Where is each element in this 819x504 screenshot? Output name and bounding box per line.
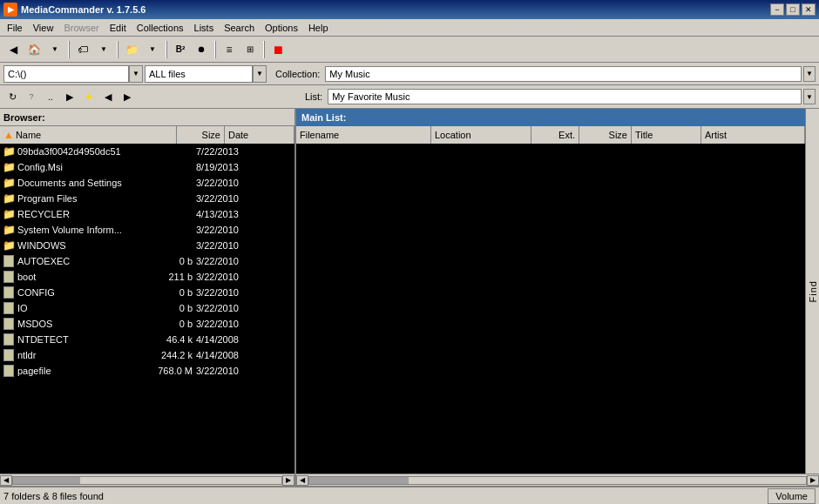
file-row[interactable]: 📁Program Files3/22/2010 [0,191,294,206]
left-scroll-right-arrow[interactable]: ▶ [282,475,294,486]
file-row[interactable]: MSDOS0 b3/22/2010 [0,316,294,332]
filetype-dropdown-btn[interactable]: ▼ [253,65,267,83]
toolbar-record-btn[interactable]: ⏺ [192,40,211,59]
left-scroll-track[interactable] [12,476,282,485]
file-row[interactable]: AUTOEXEC0 b3/22/2010 [0,253,294,269]
toolbar-dropdown-btn[interactable]: ▼ [45,40,64,59]
menu-file[interactable]: File [2,21,28,35]
nav-star-btn[interactable]: ★ [80,88,98,105]
right-scroll-left-arrow[interactable]: ◀ [296,475,308,486]
menu-edit[interactable]: Edit [105,21,132,35]
menu-help[interactable]: Help [303,21,334,35]
file-name-label: MSDOS [17,319,152,329]
file-row[interactable]: CONFIG0 b3/22/2010 [0,285,294,300]
menu-options[interactable]: Options [260,21,303,35]
toolbar-folder-btn[interactable]: 📁 [122,40,141,59]
col-header-name[interactable]: ▲ Name [0,126,177,144]
main-col-filename[interactable]: Filename [296,126,431,144]
maximize-button[interactable]: □ [786,3,800,16]
menu-view[interactable]: View [28,21,59,35]
toolbar-b2-btn[interactable]: B² [171,40,190,59]
main-col-ext[interactable]: Ext. [531,126,579,144]
file-icon [2,270,16,284]
file-row[interactable]: 📁Documents and Settings3/22/2010 [0,175,294,191]
toolbar-stop-btn[interactable]: ⏹ [268,40,288,59]
file-row[interactable]: boot211 b3/22/2010 [0,269,294,285]
toolbar-tag-btn[interactable]: 🏷 [73,40,92,59]
title-bar-left: ▶ MediaCommander v. 1.7.5.6 [3,3,146,17]
file-name-label: pagefile [17,366,152,376]
list-dropdown-btn[interactable]: ▼ [803,89,816,104]
toolbar-dropdown3-btn[interactable]: ▼ [143,40,162,59]
file-name-label: boot [17,272,152,282]
toolbar-list-btn[interactable]: ≡ [220,40,239,59]
file-row[interactable]: 📁WINDOWS3/22/2010 [0,238,294,253]
file-name-label: Documents and Settings [17,178,152,188]
file-row[interactable]: NTDETECT46.4 k4/14/2008 [0,332,294,347]
file-row[interactable]: 📁RECYCLER4/13/2013 [0,206,294,222]
folder-icon: 📁 [2,160,16,174]
folder-icon: 📁 [2,176,16,190]
main-list-content[interactable] [296,144,805,474]
file-icon [2,348,16,362]
nav-forward-btn[interactable]: ▶ [61,88,78,105]
toolbar-dropdown2-btn[interactable]: ▼ [94,40,113,59]
menu-search[interactable]: Search [219,21,260,35]
nav-unknown-btn[interactable]: ? [23,88,40,105]
file-size-label: 0 b [152,319,196,329]
nav-refresh-btn[interactable]: ↻ [3,88,21,105]
menu-browser[interactable]: Browser [58,21,104,35]
main-col-size[interactable]: Size [579,126,632,144]
bottom-scroll-row: ◀ ▶ ◀ ▶ [0,474,819,486]
file-name-label: RECYCLER [17,209,152,219]
volume-button[interactable]: Volume [768,488,816,504]
menu-lists[interactable]: Lists [189,21,220,35]
file-list[interactable]: 📁09bda3f0042d4950dc517/22/2013📁Config.Ms… [0,144,294,474]
right-hscroll[interactable]: ◀ ▶ [296,474,819,486]
left-scroll-left-arrow[interactable]: ◀ [0,475,12,486]
file-row[interactable]: 📁09bda3f0042d4950dc517/22/2013 [0,144,294,159]
right-panel: Main List: Filename Location Ext. Size T… [296,109,805,474]
file-row[interactable]: 📁Config.Msi8/19/2013 [0,159,294,175]
file-date-label: 8/19/2013 [196,162,259,172]
file-row[interactable]: ntldr244.2 k4/14/2008 [0,347,294,363]
toolbar-back-btn[interactable]: ◀ [3,40,23,59]
right-scroll-right-arrow[interactable]: ▶ [807,475,819,486]
main-col-artist[interactable]: Artist [701,126,805,144]
toolbar-sep-2 [117,41,118,58]
browser-panel: Browser: ▲ Name Size Date 📁09bda3f0042d4… [0,109,296,474]
file-date-label: 4/14/2008 [196,350,259,360]
path-dropdown-btn[interactable]: ▼ [129,65,143,83]
toolbar-home-btn[interactable]: 🏠 [24,40,44,59]
main-content: Browser: ▲ Name Size Date 📁09bda3f0042d4… [0,109,819,474]
nav-up-btn[interactable]: .. [42,88,59,105]
nav-next-btn[interactable]: ▶ [118,88,136,105]
file-date-label: 3/22/2010 [196,287,259,298]
main-list-columns: Filename Location Ext. Size Title Artist [296,126,805,144]
file-row[interactable]: IO0 b3/22/2010 [0,300,294,316]
file-date-label: 3/22/2010 [196,303,259,313]
file-row[interactable]: 📁System Volume Inform...3/22/2010 [0,222,294,238]
main-col-title[interactable]: Title [632,126,701,144]
collection-dropdown-btn[interactable]: ▼ [803,66,816,82]
file-row[interactable]: pagefile768.0 M3/22/2010 [0,363,294,379]
minimize-button[interactable]: − [770,3,784,16]
main-col-location[interactable]: Location [431,126,531,144]
right-scroll-thumb [309,477,409,484]
close-button[interactable]: ✕ [802,3,816,16]
col-header-date[interactable]: Date [225,126,294,144]
file-size-label: 0 b [152,256,196,266]
find-label[interactable]: Find [808,280,818,302]
filetype-input[interactable]: ALL files [145,65,253,83]
toolbar-grid-btn[interactable]: ⊞ [240,40,260,59]
path-input[interactable]: C:\() [3,65,129,83]
list-input[interactable]: My Favorite Music [328,89,802,104]
nav-back-btn[interactable]: ◀ [99,88,117,105]
collection-input[interactable]: My Music [325,66,802,82]
right-scroll-track[interactable] [308,476,807,485]
left-hscroll[interactable]: ◀ ▶ [0,474,296,486]
menu-collections[interactable]: Collections [132,21,189,35]
find-sidebar[interactable]: Find [805,109,819,474]
col-header-size[interactable]: Size [177,126,225,144]
file-list-header: ▲ Name Size Date [0,126,294,144]
